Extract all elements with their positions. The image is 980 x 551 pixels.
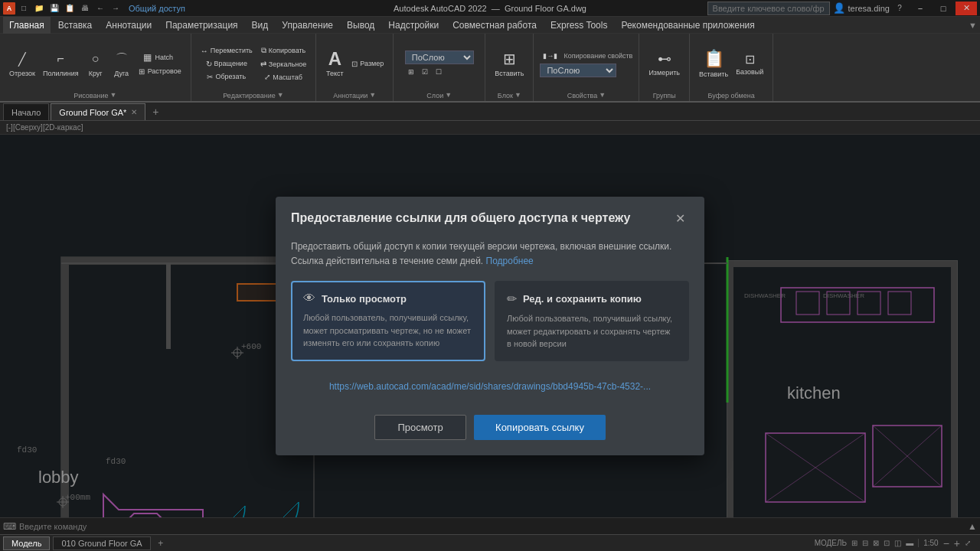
arc-btn[interactable]: ⌒ Дуга: [109, 48, 134, 79]
menu-insert[interactable]: Вставка: [52, 17, 99, 34]
layer-off-btn[interactable]: ☐: [433, 67, 445, 77]
dialog-overlay: Предоставление ссылки для общего доступа…: [0, 135, 980, 517]
scale-btn[interactable]: ⤢Масштаб: [257, 71, 310, 83]
mirror-btn[interactable]: ⇄Зеркальное: [257, 58, 310, 70]
tab-ground-floor[interactable]: Ground Floor GA* ✕: [51, 103, 145, 120]
move-btn[interactable]: ↔Переместить: [198, 45, 256, 57]
grid-btn[interactable]: ⊞: [851, 539, 858, 547]
menu-home[interactable]: Главная: [3, 17, 51, 34]
annot-tools: A Текст ⊡Размер: [322, 37, 387, 90]
redo-btn[interactable]: →: [109, 2, 122, 15]
shared-access-btn[interactable]: Общий доступ: [129, 4, 185, 13]
props-color-select[interactable]: ПоСлою: [540, 64, 616, 77]
menu-output[interactable]: Вывод: [341, 17, 381, 34]
rotate-btn[interactable]: ↻Вращение: [198, 58, 256, 70]
layer-select[interactable]: ПоСлою: [405, 51, 474, 64]
print-btn[interactable]: 🖶: [78, 2, 92, 15]
block-label: Блок: [498, 92, 513, 99]
circle-btn[interactable]: ○ Круг: [83, 48, 108, 79]
add-layout-btn[interactable]: +: [154, 536, 168, 550]
menu-parametric[interactable]: Параметризация: [159, 17, 243, 34]
lw-btn[interactable]: ▬: [906, 539, 913, 547]
match-props-btn[interactable]: ▮→▮: [540, 51, 560, 61]
ribbon-group-clipboard: 📋 Вставить ⊡ Базовый Буфер обмена: [690, 34, 773, 101]
layer-current-btn[interactable]: ☑: [419, 67, 431, 77]
option-edit-save[interactable]: ✏ Ред. и сохранить копию Любой пользоват…: [495, 281, 689, 361]
polyline-btn[interactable]: ⌐ Полилиния: [40, 48, 82, 79]
text-btn[interactable]: A Текст: [322, 48, 347, 79]
paste-btn[interactable]: 📋 Вставить: [696, 47, 731, 80]
block-expand[interactable]: ▼: [514, 91, 521, 99]
dialog-body: Предоставить общий доступ к копии текуще…: [276, 233, 704, 415]
maximize-btn[interactable]: □: [933, 2, 954, 15]
dialog-description: Предоставить общий доступ к копии текуще…: [291, 240, 689, 269]
ribbon-group-annot: A Текст ⊡Размер Аннотации ▼: [316, 34, 394, 101]
draw-tools: ╱ Отрезок ⌐ Полилиния ○ Круг ⌒ Дуга: [6, 37, 185, 90]
preview-btn[interactable]: Просмотр: [374, 415, 466, 440]
bottom-tab-model[interactable]: Модель: [3, 536, 50, 550]
menu-annotations[interactable]: Аннотации: [100, 17, 158, 34]
menu-manage[interactable]: Управление: [276, 17, 339, 34]
help-icon[interactable]: ?: [893, 2, 906, 15]
saveas-btn[interactable]: 📋: [63, 2, 77, 15]
standard-btn[interactable]: ⊡ Базовый: [733, 51, 766, 77]
layer-props-btn[interactable]: ⊞: [405, 67, 417, 77]
draw-expand[interactable]: ▼: [110, 91, 117, 99]
menu-view[interactable]: Вид: [246, 17, 275, 34]
tab-start[interactable]: Начало: [3, 103, 49, 120]
hatch-btn[interactable]: ▦Hatch: [136, 51, 185, 64]
props-expand[interactable]: ▼: [599, 91, 606, 99]
minimize-btn[interactable]: −: [910, 2, 931, 15]
edit-expand[interactable]: ▼: [277, 91, 284, 99]
ribbon-group-block: ⊞ Вставить Блок ▼: [485, 34, 534, 101]
annot-expand[interactable]: ▼: [369, 91, 376, 99]
options-row: 👁 Только просмотр Любой пользователь, по…: [291, 281, 689, 361]
layers-expand[interactable]: ▼: [445, 91, 452, 99]
new-btn[interactable]: □: [17, 2, 31, 15]
insert-btn[interactable]: ⊞ Вставить: [492, 48, 527, 79]
search-input[interactable]: [707, 2, 830, 15]
copy-btn[interactable]: ⧉Копировать: [257, 44, 310, 57]
fullscreen-btn[interactable]: ⤢: [965, 539, 971, 547]
option-edit-save-desc: Любой пользователь, получивший ссылку, м…: [507, 312, 677, 350]
ortho-btn[interactable]: ⊠: [873, 539, 879, 547]
trim-btn[interactable]: ✂Обрезать: [198, 71, 256, 83]
measure-btn[interactable]: ⊷ Измерить: [645, 49, 683, 78]
command-input[interactable]: [19, 522, 965, 531]
username: teresa.ding: [848, 4, 890, 13]
snap-btn[interactable]: ⊟: [862, 539, 868, 547]
dialog-footer: Просмотр Копировать ссылку: [276, 415, 704, 455]
option-view-only[interactable]: 👁 Только просмотр Любой пользователь, по…: [291, 281, 485, 361]
undo-btn[interactable]: ←: [93, 2, 107, 15]
utils-label: Группы: [653, 92, 676, 99]
menu-recommended[interactable]: Рекомендованные приложения: [615, 17, 760, 34]
titlebar-center: Autodesk AutoCAD 2022 — Ground Floor GA.…: [394, 4, 586, 13]
menu-express[interactable]: Express Tools: [544, 17, 613, 34]
circle-icon: ○: [87, 50, 105, 68]
tabbar: Начало Ground Floor GA* ✕ +: [0, 103, 980, 121]
save-btn[interactable]: 💾: [47, 2, 61, 15]
open-btn[interactable]: 📁: [32, 2, 46, 15]
tab-close-icon[interactable]: ✕: [131, 108, 137, 116]
learn-more-link[interactable]: Подробнее: [486, 256, 534, 266]
scale-label: 1:50: [918, 539, 938, 547]
dialog-title: Предоставление ссылки для общего доступа…: [291, 211, 630, 225]
close-btn[interactable]: ✕: [956, 2, 977, 15]
titlebar: A □ 📁 💾 📋 🖶 ← → Общий доступ Autodesk Au…: [0, 0, 980, 17]
size-btn[interactable]: ⊡Размер: [348, 58, 387, 70]
raster-btn[interactable]: ⊞Растровое: [136, 66, 185, 77]
zoom-out-btn[interactable]: −: [943, 537, 949, 549]
dialog-close-btn[interactable]: ✕: [671, 209, 689, 227]
tab-new-btn[interactable]: +: [147, 103, 164, 120]
menu-addins[interactable]: Надстройки: [382, 17, 445, 34]
line-btn[interactable]: ╱ Отрезок: [6, 48, 38, 79]
menu-collab[interactable]: Совместная работа: [446, 17, 543, 34]
polar-btn[interactable]: ⊡: [884, 539, 890, 547]
zoom-in-btn[interactable]: +: [954, 537, 960, 549]
copy-link-btn[interactable]: Копировать ссылку: [474, 415, 606, 440]
cmd-expand-icon[interactable]: ▲: [968, 521, 977, 532]
share-link[interactable]: https://web.autocad.com/acad/me/sid/shar…: [329, 381, 651, 392]
ribbon-group-draw: ╱ Отрезок ⌐ Полилиния ○ Круг ⌒ Дуга: [0, 34, 191, 101]
osnap-btn[interactable]: ◫: [894, 539, 901, 547]
bottom-tab-ground-floor[interactable]: 010 Ground Floor GA: [53, 536, 150, 550]
